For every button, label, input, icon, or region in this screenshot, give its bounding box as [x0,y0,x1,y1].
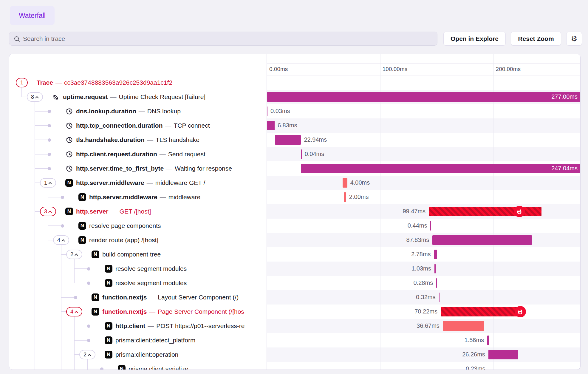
span-tree-row[interactable]: Nfunction.nextjs—Layout Server Component… [9,290,267,305]
duration-label: 0.03ms [270,108,290,115]
span-tree-row[interactable]: 4Nrender route (app) /[host] [9,233,267,247]
span-duration-bar[interactable] [487,336,489,345]
span-timeline-row[interactable]: 2.00ms [267,190,580,204]
nextjs-icon: N [105,265,112,273]
nextjs-icon: N [118,365,126,370]
span-duration-bar[interactable] [275,135,301,145]
span-tree-row[interactable]: Nresolve segment modules [9,276,267,290]
nextjs-icon: N [78,193,86,201]
span-timeline-row[interactable]: 0.04ms [267,147,580,161]
span-duration-bar[interactable]: 247.04ms [301,164,580,173]
span-duration-bar[interactable] [267,121,275,130]
span-duration-bar[interactable] [488,350,518,359]
span-timeline-row[interactable]: 22.94ms [267,133,580,147]
span-tree-row[interactable]: dns.lookup.duration—DNS lookup [9,104,267,118]
span-duration-bar[interactable]: 277.00ms [267,92,580,102]
span-timeline-row[interactable]: 277.00ms [267,90,580,104]
span-duration-bar[interactable] [343,178,347,188]
span-timeline-row[interactable]: 26.26ms [267,347,580,362]
span-duration-bar[interactable] [441,307,520,316]
span-tree-row[interactable]: 3Nhttp.server—GET /[host] [9,204,267,219]
span-tree-row[interactable]: 8uptime.request—Uptime Check Request [fa… [9,90,267,104]
span-timeline-row[interactable]: 247.04ms [267,161,580,176]
span-tree-row[interactable]: Nhttp.client—POST https://p01--serverles… [9,319,267,333]
span-duration-bar[interactable] [434,250,437,259]
span-tree-row[interactable]: 2Nbuild component tree [9,247,267,262]
span-duration-bar[interactable] [489,364,489,370]
span-timeline-row[interactable]: 0.44ms [267,219,580,233]
span-duration-bar[interactable] [344,192,346,202]
span-duration-bar[interactable] [432,235,532,245]
nextjs-icon: N [105,279,112,287]
trace-search[interactable] [9,32,437,46]
span-timeline-row[interactable]: 99.47ms [267,204,580,219]
error-fire-icon[interactable] [514,206,525,217]
span-duration-bar[interactable] [301,149,302,159]
span-timeline-row[interactable]: 70.22ms [267,305,580,319]
span-description: Uptime Check Request [failure] [119,93,206,101]
span-timeline-row[interactable]: 2.78ms [267,247,580,262]
span-duration-bar[interactable] [430,221,431,231]
span-tree-row[interactable]: http.tcp_connection.duration—TCP connect [9,118,267,133]
span-duration-bar[interactable] [443,321,484,331]
span-label: build component tree [102,247,161,262]
span-tree-row[interactable]: Nprisma:client:detect_platform [9,333,267,347]
span-tree-row[interactable]: tls.handshake.duration—TLS handshake [9,133,267,147]
span-tree-row[interactable]: 4Nfunction.nextjs—Page Server Component … [9,305,267,319]
span-timeline-row[interactable]: 36.67ms [267,319,580,333]
span-timeline-row[interactable]: 1.03ms [267,262,580,276]
span-timeline-row[interactable]: 0.23ms [267,362,580,370]
span-duration-bar[interactable] [267,106,267,116]
span-timeline-row[interactable]: 0.28ms [267,276,580,290]
span-tree-row[interactable]: Nresolve page components [9,219,267,233]
duration-label: 247.04ms [551,165,578,172]
span-description: TLS handshake [156,136,199,143]
open-in-explore-button[interactable]: Open in Explore [443,32,506,46]
span-description: middleware GET / [155,179,205,186]
span-tree-row[interactable]: Nprisma:client:serialize [9,362,267,370]
span-timeline-row[interactable]: 6.83ms [267,118,580,133]
span-timeline-row[interactable]: 1.56ms [267,333,580,347]
expander-pill[interactable]: 8 [27,92,43,102]
reset-zoom-button[interactable]: Reset Zoom [511,32,561,46]
span-tree-row[interactable]: 1Nhttp.server.middleware—middleware GET … [9,176,267,190]
expander-pill[interactable]: 2 [66,250,82,259]
span-description: Waiting for response [175,165,232,172]
span-timeline-row[interactable] [267,75,580,90]
tab-waterfall[interactable]: Waterfall [10,6,55,25]
expander-pill[interactable]: 3 [40,207,56,216]
expander-pill[interactable]: 4 [53,235,69,245]
span-duration-bar[interactable] [434,264,436,273]
child-count: 2 [83,352,86,358]
child-count: 1 [44,180,47,186]
span-tree-row[interactable]: 2Nprisma:client:operation [9,347,267,362]
error-fire-icon[interactable] [515,306,526,317]
duration-label: 36.67ms [417,322,440,329]
span-label: tls.handshake.duration—TLS handshake [76,133,199,147]
span-timeline-row[interactable]: 0.32ms [267,290,580,305]
expander-pill[interactable]: 1 [40,178,56,188]
duration-label: 0.23ms [466,365,485,370]
span-timeline-row[interactable]: 4.00ms [267,176,580,190]
span-label: http.tcp_connection.duration—TCP connect [76,118,210,133]
expander-pill[interactable]: 4 [66,307,82,316]
tree-connector [35,168,49,169]
search-input[interactable] [23,35,396,42]
span-op: http.client.request.duration [76,151,157,158]
expander-pill[interactable]: 1 [16,78,28,87]
settings-button[interactable]: ⚙ [566,32,582,46]
span-tree-row[interactable]: Nresolve segment modules [9,262,267,276]
span-tree-row[interactable]: 1Trace—cc3ae3748883563a926c253d9aa1c1f2 [9,75,267,90]
span-timeline-row[interactable]: 87.83ms [267,233,580,247]
span-label: resolve page components [89,219,161,233]
span-duration-bar[interactable] [439,293,440,302]
span-tree-row[interactable]: http.server.time_to_first_byte—Waiting f… [9,161,267,176]
span-duration-bar[interactable] [436,278,437,288]
clock-icon [65,150,73,158]
span-tree-row[interactable]: http.client.request.duration—Send reques… [9,147,267,161]
span-tree-row[interactable]: Nhttp.server.middleware—middleware [9,190,267,204]
span-timeline-row[interactable]: 0.03ms [267,104,580,118]
axis-tick-label: 0.00ms [269,66,288,72]
expander-pill[interactable]: 2 [79,350,95,359]
timeline-minimap-strip[interactable] [267,54,580,64]
